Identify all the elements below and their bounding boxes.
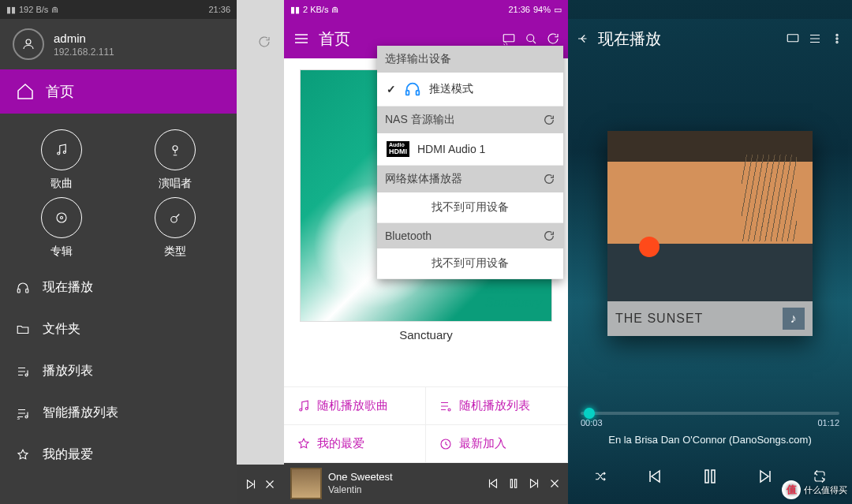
guitar-icon xyxy=(168,211,182,225)
cast-icon[interactable] xyxy=(786,32,800,46)
next-button[interactable] xyxy=(750,461,780,491)
opt-recent[interactable]: 最新加入 xyxy=(426,425,568,463)
menu-folder[interactable]: 文件夹 xyxy=(0,308,237,350)
playlist-icon xyxy=(439,399,453,413)
now-title: 现在播放 xyxy=(598,28,778,50)
track-title: En la Brisa Dan O'Connor (DanoSongs.com) xyxy=(568,427,852,455)
pause-icon[interactable] xyxy=(506,476,521,491)
menu-favorites[interactable]: 我的最爱 xyxy=(0,434,237,476)
popup-nas-label: NAS 音源输出 xyxy=(385,113,455,127)
nav-home-label: 首页 xyxy=(46,82,74,101)
pause-icon xyxy=(701,467,719,486)
home-options: 随机播放歌曲 随机播放列表 我的最爱 最新加入 xyxy=(284,386,568,463)
clock: 21:36 xyxy=(508,5,530,14)
album-name-art: Sanctuary xyxy=(485,296,542,309)
star-icon xyxy=(297,437,311,451)
svg-text:S: S xyxy=(17,415,21,420)
svg-point-0 xyxy=(26,39,31,44)
clock: 21:36 xyxy=(208,5,230,14)
mini-artist: Valentin xyxy=(328,484,480,497)
music-note-icon: ♪ xyxy=(783,308,805,330)
album-art[interactable]: THE SUNSET ♪ xyxy=(607,131,813,336)
category-grid: 歌曲 演唱者 专辑 类型 xyxy=(0,114,237,267)
refresh-icon[interactable] xyxy=(546,32,560,46)
svg-rect-12 xyxy=(503,35,514,42)
popup-hdmi[interactable]: AudioHDMIHDMI Audio 1 xyxy=(377,133,563,166)
headphones-icon xyxy=(16,281,30,295)
progress-bar[interactable] xyxy=(581,412,839,415)
music-note-icon xyxy=(297,399,311,413)
menu-now-playing[interactable]: 现在播放 xyxy=(0,267,237,308)
popup-title: 选择输出设备 xyxy=(385,52,451,66)
cat-genres[interactable]: 类型 xyxy=(121,197,229,259)
menu-smart-playlist[interactable]: S智能播放列表 xyxy=(0,392,237,434)
no-device-label: 找不到可用设备 xyxy=(432,200,509,215)
svg-rect-19 xyxy=(515,480,517,488)
watermark: 值 什么值得买 xyxy=(782,480,847,499)
play-pause-button[interactable] xyxy=(695,461,725,491)
more-icon[interactable] xyxy=(830,32,844,46)
svg-rect-22 xyxy=(787,35,798,42)
refresh-icon[interactable] xyxy=(543,173,555,185)
opt-label: 我的最爱 xyxy=(317,436,364,451)
hdmi-badge: AudioHDMI xyxy=(387,141,409,157)
signal-icon: ▮▮ xyxy=(290,5,300,15)
backdrop[interactable] xyxy=(237,0,284,504)
mini-title: One Sweetest xyxy=(328,471,480,484)
cat-artists-label: 演唱者 xyxy=(159,177,192,191)
cast-icon[interactable] xyxy=(502,32,516,46)
signal-icon: ▮▮ xyxy=(6,5,16,15)
cat-songs[interactable]: 歌曲 xyxy=(8,129,115,191)
user-icon xyxy=(21,37,36,51)
svg-rect-27 xyxy=(712,470,715,483)
popup-push-mode[interactable]: ✓ 推送模式 xyxy=(377,73,563,106)
home-icon xyxy=(16,82,35,101)
album-title: Sanctuary xyxy=(399,328,453,342)
cat-albums-label: 专辑 xyxy=(50,245,73,259)
cat-albums[interactable]: 专辑 xyxy=(8,197,115,259)
back-icon[interactable] xyxy=(576,32,590,46)
prev-icon[interactable] xyxy=(486,476,500,491)
opt-shuffle-songs[interactable]: 随机播放歌曲 xyxy=(284,387,426,425)
now-topbar: 现在播放 xyxy=(568,19,852,58)
prev-icon xyxy=(645,467,664,486)
svg-point-25 xyxy=(836,41,838,43)
svg-point-15 xyxy=(305,407,308,409)
progress-thumb[interactable] xyxy=(584,408,595,419)
time-current: 00:03 xyxy=(581,418,603,427)
refresh-icon[interactable] xyxy=(543,230,555,242)
nav-home[interactable]: 首页 xyxy=(0,69,237,114)
svg-point-14 xyxy=(300,409,302,411)
popup-section-netmedia: 网络媒体播放器 xyxy=(377,166,563,192)
avatar xyxy=(13,28,44,60)
svg-point-5 xyxy=(61,217,63,219)
popup-header: 选择输出设备 xyxy=(377,46,563,73)
cat-artists[interactable]: 演唱者 xyxy=(121,129,229,191)
refresh-icon[interactable] xyxy=(257,35,271,49)
svg-point-13 xyxy=(527,35,534,42)
svg-rect-21 xyxy=(417,91,420,95)
search-icon[interactable] xyxy=(524,32,538,46)
popup-section-bluetooth: Bluetooth xyxy=(377,223,563,248)
menu-playlist-label: 播放列表 xyxy=(43,363,93,379)
refresh-icon[interactable] xyxy=(543,114,555,126)
menu-icon[interactable] xyxy=(292,29,311,48)
popup-bt-label: Bluetooth xyxy=(385,230,432,242)
next-icon[interactable] xyxy=(527,476,541,491)
art-reeds xyxy=(742,155,797,241)
opt-shuffle-playlist[interactable]: 随机播放列表 xyxy=(426,387,568,425)
queue-icon[interactable] xyxy=(808,32,822,46)
art-title: THE SUNSET xyxy=(615,312,703,326)
user-row[interactable]: admin 192.168.2.111 xyxy=(0,19,237,69)
prev-button[interactable] xyxy=(640,461,670,491)
close-icon[interactable] xyxy=(547,476,562,491)
close-icon[interactable] xyxy=(263,477,277,491)
next-icon[interactable] xyxy=(244,477,258,491)
shuffle-button[interactable] xyxy=(585,461,615,491)
mini-thumb xyxy=(290,468,322,499)
menu-playlist[interactable]: 播放列表 xyxy=(0,350,237,392)
menu-now-label: 现在播放 xyxy=(43,279,93,296)
miniplayer[interactable]: One Sweetest Valentin xyxy=(284,463,568,504)
opt-favorites[interactable]: 我的最爱 xyxy=(284,425,426,463)
screen-now-playing: 现在播放 THE SUNSET ♪ 00:0301:12 En la Brisa… xyxy=(568,0,852,504)
